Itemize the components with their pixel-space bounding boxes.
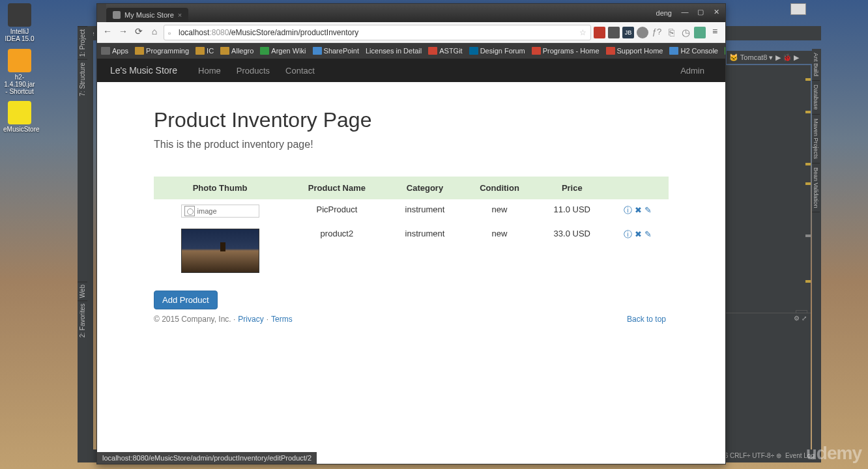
- th-price: Price: [537, 177, 607, 199]
- ide-tab-beanvalidation[interactable]: Bean Validation: [812, 163, 820, 212]
- url-path: /eMusicStore/admin/productInventory: [229, 28, 358, 37]
- ide-tab-project[interactable]: 1: Project: [78, 26, 87, 59]
- desktop-icon-intellij[interactable]: IntelliJ IDEA 15.0: [3, 3, 36, 42]
- page-title: Product Inventory Page: [154, 108, 669, 132]
- page-viewport: Le's Music Store Home Products Contact A…: [97, 59, 725, 464]
- bookmark-item[interactable]: Programs - Home: [532, 47, 600, 55]
- desktop-icon-label: eMusicStore: [3, 126, 40, 133]
- desktop-tray-icon[interactable]: [790, 3, 806, 15]
- ide-tab-structure[interactable]: 7: Structure: [78, 59, 87, 99]
- bookmark-item[interactable]: Allegro: [220, 47, 253, 55]
- th-name: Product Name: [286, 177, 388, 199]
- info-icon[interactable]: ⓘ: [624, 229, 632, 239]
- tab-close-icon[interactable]: ×: [178, 11, 182, 19]
- ide-tab-antbuild[interactable]: Ant Build: [812, 49, 820, 81]
- ide-left-toolstrip[interactable]: 1: Project 7: Structure Web 2: Favorites: [78, 26, 93, 462]
- window-maximize-icon[interactable]: ▢: [694, 8, 707, 18]
- th-condition: Condition: [462, 177, 537, 199]
- bookmark-apps[interactable]: Apps: [101, 47, 128, 55]
- nav-products[interactable]: Products: [229, 66, 278, 76]
- back-to-top-link[interactable]: Back to top: [627, 315, 666, 324]
- bookmark-item[interactable]: ASTGit: [428, 47, 462, 55]
- nav-contact[interactable]: Contact: [278, 66, 323, 76]
- ext-icon[interactable]: ƒ?: [651, 27, 663, 38]
- footer-terms-link[interactable]: Terms: [271, 315, 293, 324]
- table-row: product2 instrument new 33.0 USD ⓘ✖✎: [154, 223, 669, 280]
- bookmark-item[interactable]: Argen Wiki: [260, 47, 306, 55]
- address-bar[interactable]: ▫ localhost:8080/eMusicStore/admin/produ…: [164, 25, 591, 40]
- footer-copyright: © 2015 Company, Inc. ·: [154, 315, 235, 324]
- page-footer: © 2015 Company, Inc. · Privacy · Terms B…: [154, 315, 669, 324]
- ext-icon[interactable]: [594, 27, 605, 38]
- ext-icon[interactable]: JB: [622, 27, 634, 38]
- browser-user[interactable]: deng: [652, 9, 676, 17]
- bookmark-item[interactable]: SharePoint: [313, 47, 359, 55]
- nav-home[interactable]: Home: [190, 66, 229, 76]
- cell-price: 33.0 USD: [537, 223, 607, 280]
- ext-icon[interactable]: [694, 27, 706, 38]
- ide-tab-web[interactable]: Web: [78, 281, 87, 300]
- page-info-icon[interactable]: ▫: [168, 29, 176, 36]
- ide-tab-favorites[interactable]: 2: Favorites: [78, 300, 87, 340]
- cell-category: instrument: [388, 223, 463, 280]
- desktop-icon-label: IntelliJ IDEA 15.0: [5, 28, 34, 42]
- bookmark-item[interactable]: H2 Console: [669, 47, 717, 55]
- window-minimize-icon[interactable]: —: [678, 8, 691, 18]
- product-thumb-broken: image: [181, 205, 259, 218]
- broken-image-icon: [184, 206, 195, 216]
- cell-condition: new: [462, 223, 537, 280]
- window-close-icon[interactable]: ✕: [710, 8, 723, 18]
- desktop-icon-label: h2-1.4.190.jar - Shortcut: [4, 74, 35, 95]
- browser-window: My Music Store × deng — ▢ ✕ ← → ⟳ ⌂ ▫ lo…: [96, 3, 726, 464]
- bookmark-star-icon[interactable]: ☆: [579, 28, 586, 37]
- delete-icon[interactable]: ✖: [635, 205, 642, 215]
- ext-icon[interactable]: ⎘: [665, 27, 677, 38]
- delete-icon[interactable]: ✖: [635, 229, 642, 239]
- th-actions: [607, 177, 669, 199]
- page-lead: This is the product inventory page!: [154, 139, 669, 150]
- th-photo: Photo Thumb: [154, 177, 286, 199]
- edit-icon[interactable]: ✎: [644, 205, 652, 215]
- cell-price: 11.0 USD: [537, 199, 607, 223]
- ide-tab-maven[interactable]: Maven Projects: [812, 115, 820, 163]
- back-button[interactable]: ←: [101, 26, 114, 39]
- bookmark-item[interactable]: Design Forum: [469, 47, 525, 55]
- home-button[interactable]: ⌂: [148, 26, 161, 39]
- inventory-table: Photo Thumb Product Name Category Condit…: [154, 177, 669, 280]
- tab-title: My Music Store: [124, 11, 174, 19]
- table-row: image PicProduct instrument new 11.0 USD…: [154, 199, 669, 223]
- menu-icon[interactable]: ≡: [708, 26, 721, 39]
- reload-button[interactable]: ⟳: [132, 26, 145, 39]
- desktop-icon-emusicstore[interactable]: eMusicStore: [3, 101, 36, 133]
- ext-icon[interactable]: [608, 27, 620, 38]
- udemy-watermark: udemy: [806, 443, 861, 464]
- browser-titlebar: My Music Store × deng — ▢ ✕: [97, 4, 725, 22]
- forward-button[interactable]: →: [117, 26, 130, 39]
- cell-condition: new: [462, 199, 537, 223]
- favicon-icon: [113, 11, 121, 19]
- browser-status-link: localhost:8080/eMusicStore/admin/product…: [97, 452, 317, 464]
- info-icon[interactable]: ⓘ: [624, 205, 632, 215]
- add-product-button[interactable]: Add Product: [154, 291, 218, 309]
- ide-tab-database[interactable]: Database: [812, 81, 820, 115]
- desktop-icon-h2jar[interactable]: h2-1.4.190.jar - Shortcut: [3, 49, 36, 95]
- nav-admin[interactable]: Admin: [673, 66, 712, 76]
- ext-icon[interactable]: [637, 27, 648, 38]
- bookmark-item[interactable]: IC: [195, 47, 214, 55]
- edit-icon[interactable]: ✎: [644, 229, 652, 239]
- bookmark-item[interactable]: Licenses in Detail: [366, 47, 422, 55]
- cell-name: PicProduct: [286, 199, 388, 223]
- url-host: localhost: [179, 28, 209, 37]
- bookmark-item[interactable]: Programming: [135, 47, 189, 55]
- bookmark-item[interactable]: Support Home: [606, 47, 663, 55]
- ide-right-toolstrip[interactable]: Ant Build Database Maven Projects Bean V…: [812, 49, 821, 449]
- browser-tab[interactable]: My Music Store ×: [106, 8, 188, 22]
- ext-icon[interactable]: ◷: [680, 27, 691, 38]
- cell-name: product2: [286, 223, 388, 280]
- footer-privacy-link[interactable]: Privacy: [238, 315, 263, 324]
- ide-run-config[interactable]: 🐱 Tomcat8 ▾ ▶ 🐞 ▶: [727, 51, 821, 64]
- bookmark-item[interactable]: eMusic: [725, 47, 725, 55]
- cell-category: instrument: [388, 199, 463, 223]
- ide-bottom-toolbar[interactable]: ⚙ ⤢: [726, 313, 811, 324]
- brand[interactable]: Le's Music Store: [110, 65, 177, 76]
